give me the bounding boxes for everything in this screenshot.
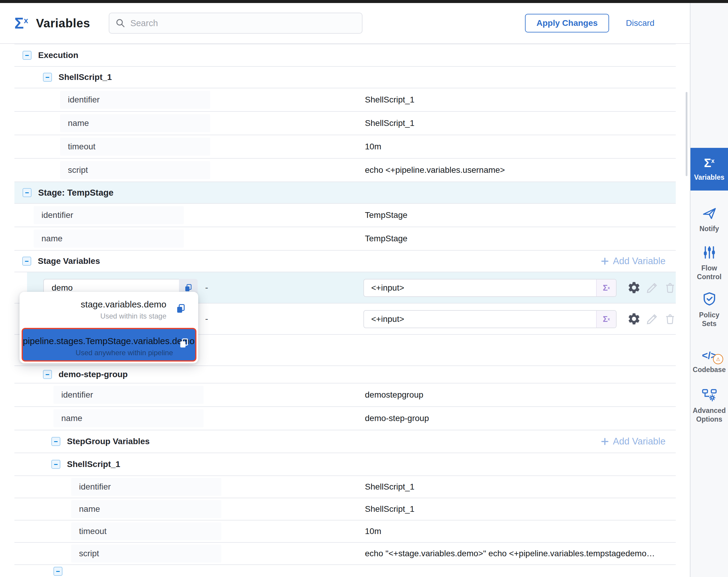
field-label-box: identifier bbox=[71, 478, 222, 496]
section-label: demo-step-group bbox=[58, 370, 128, 379]
tree-row-partial bbox=[15, 565, 676, 577]
field-label: script bbox=[79, 549, 99, 558]
rail-item-label: Notify bbox=[693, 225, 726, 233]
plus-icon bbox=[600, 257, 609, 266]
settings-gear-icon[interactable] bbox=[627, 312, 641, 326]
field-label: timeout bbox=[79, 527, 107, 536]
field-value: 10m bbox=[365, 142, 381, 151]
delete-trash-icon[interactable] bbox=[664, 312, 676, 325]
rail-item-label: Flow Control bbox=[693, 264, 726, 281]
field-label-box: script bbox=[71, 545, 222, 562]
field-label: identifier bbox=[68, 95, 100, 105]
collapse-icon[interactable] bbox=[22, 257, 31, 266]
variables-tree: Execution ShellScript_1 identifier Shell… bbox=[0, 44, 690, 577]
field-row-ss2-identifier: identifier ShellScript_1 bbox=[15, 476, 676, 498]
field-label-box: name bbox=[60, 114, 210, 132]
edit-pencil-icon[interactable] bbox=[646, 281, 659, 294]
field-row-name: name ShellScript_1 bbox=[15, 112, 676, 135]
variables-panel: Σx Variables Apply Changes Discard bbox=[0, 3, 690, 577]
variable-value-text[interactable]: <+input> bbox=[364, 279, 596, 296]
tree-row-shellscript1-nested: ShellScript_1 bbox=[15, 453, 676, 476]
collapse-icon[interactable] bbox=[51, 460, 60, 469]
settings-gear-icon[interactable] bbox=[627, 281, 641, 295]
collapse-icon[interactable] bbox=[23, 51, 31, 60]
scrollbar-thumb[interactable] bbox=[686, 92, 687, 176]
sliders-icon bbox=[702, 245, 717, 260]
collapse-icon[interactable] bbox=[43, 73, 52, 82]
field-row-ss2-timeout: timeout 10m bbox=[15, 521, 676, 543]
apply-changes-button[interactable]: Apply Changes bbox=[525, 14, 609, 32]
rail-item-label: Policy Sets bbox=[693, 311, 726, 328]
collapse-icon[interactable] bbox=[53, 567, 62, 576]
code-icon: </>⚠ bbox=[702, 350, 717, 361]
sigma-x-logo-icon: Σx bbox=[15, 15, 28, 31]
field-row-sg-identifier: identifier demostepgroup bbox=[15, 383, 676, 407]
field-label: name bbox=[42, 234, 62, 244]
field-value: echo <+pipeline.variables.username> bbox=[365, 165, 505, 175]
stage-section-label: Stage: TempStage bbox=[38, 188, 113, 198]
collapse-icon[interactable] bbox=[51, 437, 60, 446]
collapse-icon[interactable] bbox=[23, 188, 31, 197]
field-label: timeout bbox=[68, 142, 96, 151]
field-row-ss2-script: script echo "<+stage.variables.demo>" ec… bbox=[15, 543, 676, 565]
rail-item-label: Variables bbox=[693, 173, 726, 182]
field-label: name bbox=[79, 504, 100, 514]
field-label-box: identifier bbox=[34, 206, 184, 224]
rail-item-codebase[interactable]: </>⚠ Codebase bbox=[691, 346, 728, 378]
rail-item-label: Codebase bbox=[693, 366, 726, 374]
delete-trash-icon[interactable] bbox=[664, 281, 676, 294]
add-variable-button[interactable]: Add Variable bbox=[600, 256, 666, 267]
search-box[interactable] bbox=[109, 12, 363, 34]
apply-changes-label: Apply Changes bbox=[537, 18, 598, 28]
edit-pencil-icon[interactable] bbox=[646, 312, 659, 325]
variable-value-input[interactable]: <+input> Σx bbox=[363, 279, 617, 297]
section-label: ShellScript_1 bbox=[67, 459, 120, 469]
copy-icon[interactable] bbox=[175, 303, 186, 315]
search-input[interactable] bbox=[130, 18, 356, 29]
section-label: StepGroup Variables bbox=[67, 437, 150, 446]
rail-item-notify[interactable]: Notify bbox=[691, 203, 728, 236]
field-label-box: script bbox=[60, 161, 210, 179]
collapse-icon[interactable] bbox=[43, 370, 52, 379]
field-label-box: timeout bbox=[71, 522, 222, 540]
field-label-box: identifier bbox=[60, 91, 210, 109]
rail-item-flow-control[interactable]: Flow Control bbox=[691, 245, 728, 281]
field-value: demo-step-group bbox=[365, 413, 429, 423]
tree-row-shellscript1: ShellScript_1 bbox=[15, 67, 676, 89]
variable-value-text[interactable]: <+input> bbox=[364, 311, 596, 328]
plus-icon bbox=[600, 437, 609, 446]
variable-value-input[interactable]: <+input> Σx bbox=[363, 310, 617, 328]
rail-item-policy-sets[interactable]: Policy Sets bbox=[691, 292, 728, 328]
rail-item-advanced-options[interactable]: Advanced Options bbox=[691, 387, 728, 424]
rail-item-label: Advanced Options bbox=[693, 406, 726, 424]
field-label: identifier bbox=[42, 210, 73, 220]
rail-item-variables[interactable]: Σx Variables bbox=[691, 148, 728, 191]
field-label: name bbox=[68, 118, 89, 128]
field-label-box: name bbox=[53, 409, 204, 427]
copy-icon bbox=[184, 283, 193, 293]
field-row-ss2-name: name ShellScript_1 bbox=[15, 498, 676, 521]
field-label: script bbox=[68, 165, 88, 175]
add-variable-button[interactable]: Add Variable bbox=[600, 436, 666, 447]
reference-path: stage.variables.demo bbox=[20, 298, 166, 311]
copy-icon[interactable] bbox=[178, 337, 190, 350]
field-value: ShellScript_1 bbox=[365, 504, 414, 514]
field-label: identifier bbox=[61, 390, 93, 400]
sigma-x-icon: Σx bbox=[704, 157, 714, 169]
reference-option-stage-scope[interactable]: stage.variables.demo Used within its sta… bbox=[20, 292, 198, 327]
expression-toggle-icon[interactable]: Σx bbox=[596, 279, 616, 296]
discard-button[interactable]: Discard bbox=[626, 18, 654, 28]
variable-default-value: - bbox=[205, 314, 208, 324]
field-row-identifier: identifier ShellScript_1 bbox=[15, 89, 676, 112]
workflow-gear-icon bbox=[702, 388, 717, 402]
field-row-script: script echo <+pipeline.variables.usernam… bbox=[15, 159, 676, 182]
search-icon bbox=[115, 18, 126, 28]
expression-toggle-icon[interactable]: Σx bbox=[596, 311, 616, 328]
pipeline-right-rail: Σx Variables Notify Flow Control Policy … bbox=[690, 3, 728, 577]
field-label-box: name bbox=[71, 500, 222, 518]
reference-scope-note: Used anywhere within pipeline bbox=[23, 348, 173, 358]
variable-default-value: - bbox=[205, 282, 208, 293]
reference-scope-note: Used within its stage bbox=[20, 311, 166, 321]
reference-option-pipeline-scope-selected[interactable]: pipeline.stages.TempStage.variables.demo… bbox=[22, 328, 197, 361]
field-value: 10m bbox=[365, 527, 381, 536]
